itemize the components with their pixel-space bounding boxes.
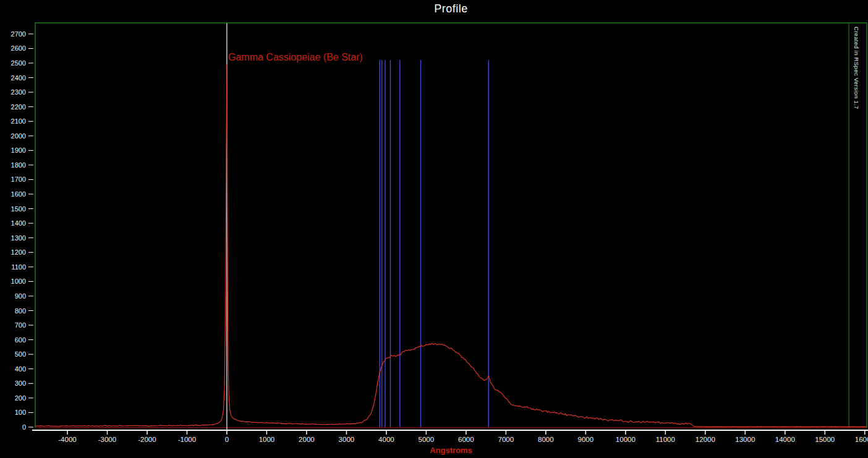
svg-text:8000: 8000 — [538, 436, 554, 443]
svg-text:2200: 2200 — [11, 103, 26, 111]
svg-text:-2000: -2000 — [138, 436, 156, 443]
svg-text:-3000: -3000 — [98, 436, 116, 443]
svg-text:500: 500 — [15, 350, 26, 358]
svg-text:1700: 1700 — [11, 176, 26, 183]
chart-title: Profile — [35, 2, 867, 15]
svg-text:400: 400 — [15, 365, 26, 373]
svg-text:200: 200 — [15, 394, 26, 402]
spectrum-curve — [35, 64, 867, 426]
svg-text:1900: 1900 — [11, 146, 26, 154]
svg-text:1500: 1500 — [11, 205, 26, 213]
plot-border — [35, 23, 867, 428]
svg-text:2700: 2700 — [11, 30, 26, 38]
svg-text:0: 0 — [22, 423, 26, 431]
svg-text:14000: 14000 — [775, 436, 795, 443]
x-axis-ticks: -4000-3000-2000-100001000200030004000500… — [32, 430, 868, 443]
svg-text:0: 0 — [225, 436, 229, 443]
svg-text:-1000: -1000 — [178, 436, 196, 443]
svg-text:1000: 1000 — [11, 278, 26, 285]
svg-text:600: 600 — [15, 336, 26, 344]
svg-text:2400: 2400 — [11, 74, 26, 82]
svg-text:2000: 2000 — [11, 132, 26, 140]
rspec-profile-window: 0100200300400500600700800900100011001200… — [0, 0, 868, 458]
svg-text:1100: 1100 — [11, 263, 26, 271]
spectrum-annotation: Gamma Cassiopeiae (Be Star) — [228, 52, 363, 63]
svg-text:1400: 1400 — [11, 219, 26, 227]
rspec-credit: Created in RSpec Version 1.7 — [853, 27, 860, 109]
svg-text:10000: 10000 — [616, 436, 636, 443]
svg-text:1800: 1800 — [11, 161, 26, 169]
svg-text:16000: 16000 — [855, 436, 868, 443]
svg-text:300: 300 — [15, 380, 26, 387]
svg-text:2500: 2500 — [11, 59, 26, 67]
svg-text:6000: 6000 — [458, 436, 474, 443]
profile-plot: 0100200300400500600700800900100011001200… — [0, 0, 868, 458]
svg-text:2000: 2000 — [299, 436, 315, 443]
svg-text:1600: 1600 — [11, 190, 26, 198]
x-axis-label: Angstroms — [35, 446, 867, 455]
balmer-lines — [380, 60, 488, 427]
svg-text:3000: 3000 — [339, 436, 355, 443]
svg-text:4000: 4000 — [378, 436, 394, 443]
svg-text:13000: 13000 — [735, 436, 755, 443]
svg-text:1200: 1200 — [11, 248, 26, 256]
svg-text:11000: 11000 — [656, 436, 675, 443]
svg-text:1000: 1000 — [259, 436, 275, 443]
svg-text:700: 700 — [15, 321, 26, 329]
svg-text:800: 800 — [15, 307, 26, 315]
svg-text:12000: 12000 — [696, 436, 715, 443]
y-axis-ticks: 0100200300400500600700800900100011001200… — [11, 30, 33, 431]
svg-text:2300: 2300 — [11, 88, 26, 96]
svg-text:900: 900 — [15, 292, 26, 300]
svg-text:15000: 15000 — [815, 436, 835, 443]
svg-text:-4000: -4000 — [58, 436, 76, 443]
svg-text:7000: 7000 — [498, 436, 514, 443]
svg-text:1300: 1300 — [11, 234, 26, 242]
svg-text:9000: 9000 — [578, 436, 594, 443]
svg-text:2100: 2100 — [11, 117, 26, 125]
svg-text:100: 100 — [15, 409, 26, 416]
svg-text:2600: 2600 — [11, 45, 26, 52]
svg-text:5000: 5000 — [419, 436, 435, 443]
